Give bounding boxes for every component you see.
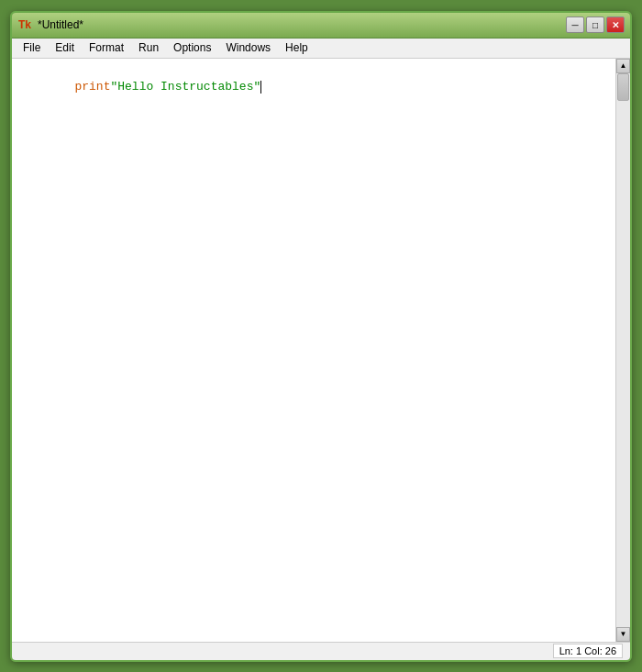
title-bar: Tk *Untitled* ─ □ ✕ — [12, 13, 630, 39]
window-controls: ─ □ ✕ — [566, 17, 625, 33]
code-string: "Hello Instructables" — [110, 80, 260, 94]
cursor-position: Ln: 1 Col: 26 — [553, 644, 623, 658]
menu-help[interactable]: Help — [278, 39, 315, 58]
window-title: *Untitled* — [38, 18, 83, 31]
code-line-1: print"Hello Instructables" — [17, 62, 610, 113]
minimize-button[interactable]: ─ — [566, 17, 584, 33]
status-bar: Ln: 1 Col: 26 — [12, 642, 630, 660]
scrollbar-thumb[interactable] — [617, 73, 629, 101]
scrollbar-vertical: ▲ ▼ — [615, 59, 630, 642]
text-cursor — [260, 81, 261, 94]
main-window: Tk *Untitled* ─ □ ✕ File Edit Format Run… — [10, 11, 632, 662]
menu-options[interactable]: Options — [166, 39, 218, 58]
title-bar-left: Tk *Untitled* — [17, 17, 83, 32]
menu-bar: File Edit Format Run Options Windows Hel… — [12, 39, 630, 59]
scrollbar-track[interactable] — [616, 73, 630, 627]
code-editor[interactable]: print"Hello Instructables" — [12, 59, 615, 642]
menu-run[interactable]: Run — [131, 39, 166, 58]
code-keyword: print — [74, 80, 110, 94]
menu-edit[interactable]: Edit — [48, 39, 82, 58]
maximize-button[interactable]: □ — [586, 17, 604, 33]
app-icon: Tk — [17, 17, 32, 32]
menu-windows[interactable]: Windows — [218, 39, 278, 58]
menu-file[interactable]: File — [16, 39, 48, 58]
scroll-down-button[interactable]: ▼ — [616, 627, 630, 642]
menu-format[interactable]: Format — [82, 39, 131, 58]
editor-area: print"Hello Instructables" ▲ ▼ — [12, 59, 630, 642]
close-button[interactable]: ✕ — [606, 17, 625, 33]
scroll-up-button[interactable]: ▲ — [616, 59, 630, 73]
